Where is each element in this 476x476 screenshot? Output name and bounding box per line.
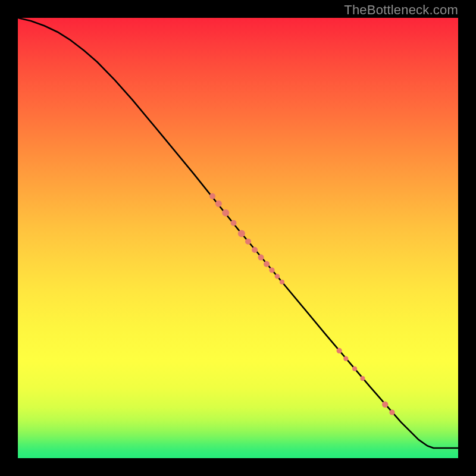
chart-dot [264, 261, 270, 267]
chart-dot [238, 230, 245, 237]
chart-dot [269, 267, 274, 273]
chart-dot [389, 409, 394, 415]
chart-dot [222, 209, 229, 217]
watermark-text: TheBottleneck.com [344, 2, 458, 18]
chart-curve [18, 18, 458, 448]
chart-dot [275, 274, 280, 278]
chart-dot [252, 247, 258, 253]
chart-dot [382, 402, 388, 408]
chart-dot [245, 239, 251, 245]
chart-dot [352, 367, 357, 371]
chart-dot [215, 201, 222, 207]
chart-dot [231, 220, 237, 226]
chart-dot [280, 280, 284, 284]
plot-area [18, 18, 458, 458]
chart-dot [360, 376, 365, 381]
chart-dot [258, 255, 264, 261]
chart-dot [209, 193, 215, 199]
chart-svg [18, 18, 458, 458]
chart-dot [337, 348, 342, 353]
chart-stage: TheBottleneck.com [0, 0, 476, 476]
chart-dot [343, 356, 348, 361]
chart-dots-group [209, 193, 395, 415]
